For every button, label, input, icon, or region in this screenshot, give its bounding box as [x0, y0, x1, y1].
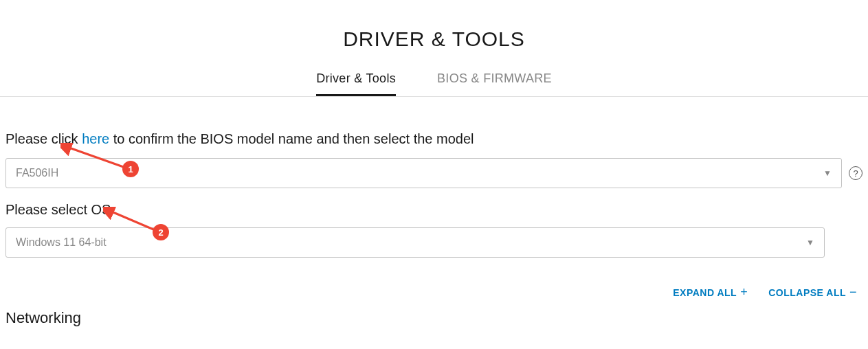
- os-label: Please select OS: [5, 202, 863, 218]
- content-area: Please click here to confirm the BIOS mo…: [0, 97, 868, 327]
- help-icon[interactable]: ?: [849, 166, 863, 180]
- actions-row: EXPAND ALL + COLLAPSE ALL −: [5, 285, 863, 300]
- tabs-container: Driver & Tools BIOS & FIRMWARE: [0, 71, 868, 97]
- model-select[interactable]: FA506IH ▼: [5, 158, 842, 188]
- plus-icon: +: [740, 285, 748, 300]
- page-title: DRIVER & TOOLS: [0, 0, 868, 71]
- tab-bios-firmware[interactable]: BIOS & FIRMWARE: [437, 71, 552, 96]
- expand-all-label: EXPAND ALL: [673, 287, 737, 298]
- os-select[interactable]: Windows 11 64-bit ▼: [5, 227, 825, 258]
- chevron-down-icon: ▼: [806, 238, 814, 247]
- os-select-value: Windows 11 64-bit: [16, 236, 107, 249]
- chevron-down-icon: ▼: [823, 168, 832, 178]
- collapse-all-label: COLLAPSE ALL: [768, 287, 846, 298]
- model-select-value: FA506IH: [16, 167, 58, 179]
- os-select-wrapper: Windows 11 64-bit ▼: [5, 227, 863, 258]
- model-select-row: FA506IH ▼ ?: [5, 158, 863, 188]
- tab-driver-tools[interactable]: Driver & Tools: [316, 71, 396, 96]
- instruction-prefix: Please click: [5, 131, 82, 146]
- model-select-wrapper: FA506IH ▼: [5, 158, 842, 188]
- instruction-suffix: to confirm the BIOS model name and then …: [109, 131, 474, 146]
- minus-icon: −: [849, 285, 857, 300]
- instruction-link[interactable]: here: [82, 131, 109, 146]
- expand-all-button[interactable]: EXPAND ALL +: [673, 285, 748, 300]
- instruction-text: Please click here to confirm the BIOS mo…: [5, 131, 863, 147]
- collapse-all-button[interactable]: COLLAPSE ALL −: [768, 285, 857, 300]
- section-title-networking: Networking: [5, 309, 863, 327]
